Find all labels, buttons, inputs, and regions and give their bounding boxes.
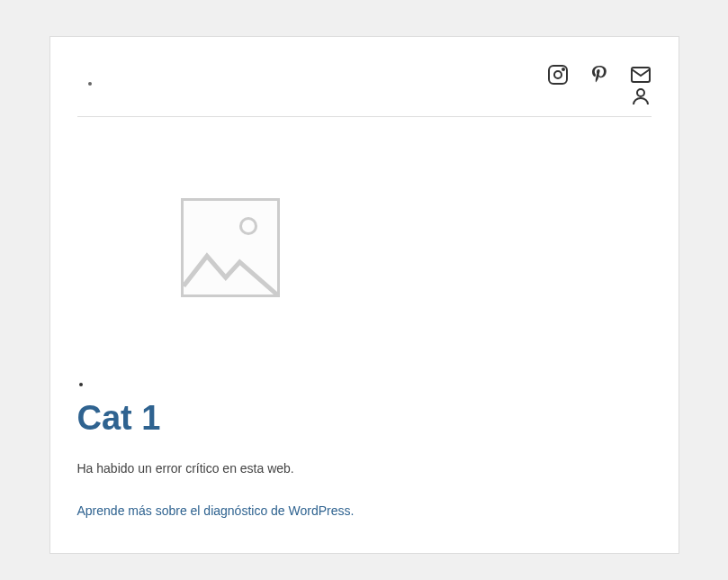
header xyxy=(77,55,652,117)
pinterest-icon[interactable] xyxy=(589,64,610,86)
error-message: Ha habido un error crítico en esta web. xyxy=(77,461,652,476)
svg-point-4 xyxy=(637,89,644,96)
svg-point-1 xyxy=(554,71,562,78)
product-image-placeholder xyxy=(77,131,383,365)
svg-point-2 xyxy=(562,68,564,70)
category-title[interactable]: Cat 1 xyxy=(77,399,652,438)
image-placeholder-icon xyxy=(181,198,280,297)
instagram-icon[interactable] xyxy=(547,64,569,86)
header-icons xyxy=(547,64,652,107)
main-card: Cat 1 Ha habido un error crítico en esta… xyxy=(49,36,679,554)
logo-placeholder xyxy=(88,82,92,86)
social-row xyxy=(547,64,652,86)
learn-more-link[interactable]: Aprende más sobre el diagnóstico de Word… xyxy=(77,503,355,518)
content: Cat 1 Ha habido un error crítico en esta… xyxy=(77,117,652,519)
mail-icon[interactable] xyxy=(630,64,652,86)
list-bullet xyxy=(79,383,83,386)
user-icon[interactable] xyxy=(630,86,652,107)
